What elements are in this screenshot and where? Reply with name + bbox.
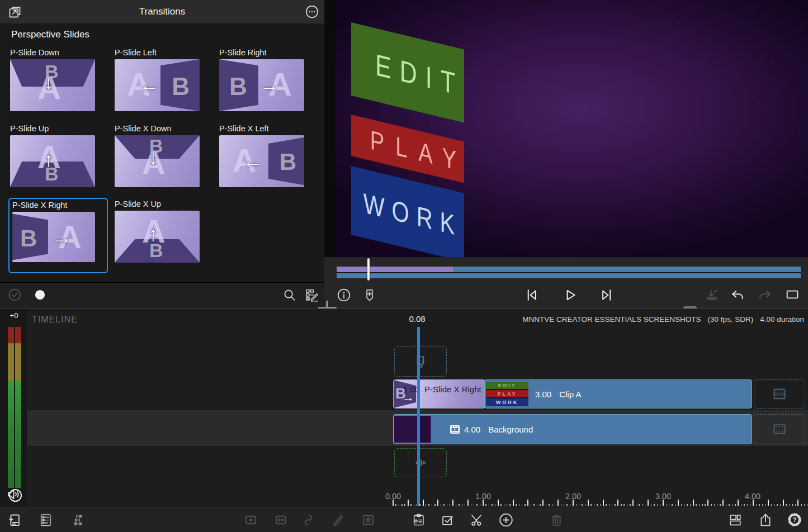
record-filter-button[interactable] bbox=[34, 288, 46, 301]
section-header: Perspective Slides bbox=[11, 29, 89, 40]
new-project-icon[interactable] bbox=[6, 512, 22, 528]
background-thumbnail bbox=[394, 416, 431, 443]
delete-trash-icon[interactable] bbox=[549, 512, 564, 528]
transition-thumbnail: B A ↓ bbox=[10, 59, 95, 111]
paste-attributes-icon[interactable] bbox=[410, 512, 426, 528]
svg-text:?: ? bbox=[792, 516, 796, 523]
insert-clip-icon[interactable] bbox=[243, 512, 258, 528]
add-clip-icon[interactable] bbox=[498, 512, 514, 528]
next-clip-icon[interactable] bbox=[598, 287, 615, 303]
timeline-playhead[interactable] bbox=[417, 327, 420, 506]
audio-meter-gutter: +0 bbox=[0, 309, 27, 506]
timeline-label: TIMELINE bbox=[32, 315, 78, 325]
project-name: MNNTVE CREATOR ESSENTIALS SCREENSHOTS bbox=[522, 315, 701, 324]
arrow-down-icon: ↓ bbox=[148, 148, 158, 168]
share-export-icon[interactable] bbox=[758, 512, 773, 528]
clip-a-duration: 3.00 bbox=[535, 390, 551, 399]
arrow-up-icon: ↑ bbox=[148, 224, 158, 244]
scrubber-elapsed bbox=[337, 267, 453, 272]
link-clips-icon[interactable] bbox=[300, 512, 316, 528]
transition-item-p-slide-x-right[interactable]: P-Slide X Right A B → bbox=[12, 200, 97, 262]
transition-name: P-Slide X Right bbox=[424, 384, 481, 394]
video-preview[interactable]: EDIT PLAY WORK bbox=[336, 0, 808, 257]
project-info: MNNTVE CREATOR ESSENTIALS SCREENSHOTS (3… bbox=[522, 315, 804, 324]
panel-title: Transitions bbox=[0, 6, 324, 17]
clip-info-icon[interactable] bbox=[337, 288, 351, 302]
audio-meter-left bbox=[8, 327, 14, 488]
select-check-icon[interactable] bbox=[8, 288, 22, 302]
playhead-timecode: 0.08 bbox=[400, 314, 434, 324]
transition-item-p-slide-left[interactable]: P-Slide Left A B ← bbox=[115, 48, 200, 111]
transition-item-p-slide-down[interactable]: P-Slide Down B A ↓ bbox=[10, 48, 95, 111]
background-track-dropzone[interactable] bbox=[754, 414, 805, 444]
previous-clip-icon[interactable] bbox=[523, 287, 540, 303]
main-track-dropzone[interactable] bbox=[754, 379, 805, 408]
presets-list-icon[interactable] bbox=[304, 287, 319, 303]
layout-panels-icon[interactable] bbox=[727, 512, 743, 528]
background-name: Background bbox=[488, 425, 533, 434]
settings-help-icon[interactable]: ? bbox=[787, 512, 802, 528]
preview-scrubber-track[interactable] bbox=[337, 273, 801, 278]
transition-thumbnail: A B ↑ bbox=[10, 135, 95, 187]
arrow-down-icon: ↓ bbox=[44, 72, 54, 92]
transitions-library-panel: Transitions Perspective Slides P-Slide D… bbox=[0, 0, 324, 308]
banner-edit: EDIT bbox=[351, 22, 464, 122]
timeline-panel: +0 TIMELINE 0.08 MNNTVE CREATOR ESSENTIA… bbox=[0, 308, 808, 506]
transition-thumbnail: A B → bbox=[219, 59, 304, 111]
video-editor-app: Transitions Perspective Slides P-Slide D… bbox=[0, 0, 808, 532]
edit-pencil-icon[interactable] bbox=[330, 512, 346, 528]
clip-a-name: Clip A bbox=[559, 390, 581, 399]
undo-icon[interactable] bbox=[730, 287, 745, 303]
timeline-background-clip[interactable]: 4.00 Background bbox=[393, 414, 752, 444]
arrow-right-icon: → bbox=[259, 75, 280, 95]
library-toolbar bbox=[0, 282, 324, 309]
search-icon[interactable] bbox=[282, 288, 297, 302]
transition-thumbnail: A B → bbox=[12, 212, 95, 262]
overwrite-clip-icon[interactable] bbox=[273, 512, 289, 528]
banner-work: WORK bbox=[351, 166, 464, 257]
transition-item-p-slide-right[interactable]: P-Slide Right A B → bbox=[219, 48, 304, 111]
transition-thumbnail: A B ← bbox=[219, 135, 304, 187]
more-options-icon[interactable] bbox=[305, 4, 319, 19]
gain-label: +0 bbox=[6, 311, 22, 320]
arrow-left-icon: ← bbox=[139, 75, 159, 95]
arrow-left-icon: ← bbox=[243, 151, 263, 171]
fullscreen-icon[interactable] bbox=[785, 287, 800, 302]
insert-to-timeline-icon[interactable] bbox=[705, 288, 719, 302]
redo-icon[interactable] bbox=[757, 287, 773, 303]
transition-item-p-slide-x-left[interactable]: P-Slide X Left A B ← bbox=[219, 124, 304, 187]
select-mode-icon[interactable] bbox=[440, 512, 455, 528]
transition-item-p-slide-x-down[interactable]: P-Slide X Down B A ↓ bbox=[115, 124, 200, 187]
track-layout-icon[interactable] bbox=[70, 512, 86, 528]
bottom-toolbar: ? bbox=[0, 506, 808, 532]
audio-meter-right bbox=[15, 327, 21, 488]
transition-item-p-slide-x-up[interactable]: P-Slide X Up A B ↑ bbox=[115, 199, 200, 263]
clip-a-thumbnail: EDIT PLAY WORK bbox=[486, 382, 528, 406]
overlay-track-dropzone[interactable] bbox=[394, 346, 447, 377]
transport-zone bbox=[324, 257, 808, 308]
timeline-transition-clip[interactable]: B → 1.00 P-Slide X Right bbox=[393, 379, 485, 408]
transition-thumbnail: A B ← bbox=[115, 59, 200, 111]
timeline-clip-a[interactable]: EDIT PLAY WORK 3.00 Clip A bbox=[484, 379, 752, 408]
transition-item-p-slide-up[interactable]: P-Slide Up A B ↑ bbox=[10, 124, 95, 187]
play-icon[interactable] bbox=[561, 287, 578, 303]
preview-area: EDIT PLAY WORK bbox=[324, 0, 808, 257]
preview-scrubber[interactable] bbox=[337, 267, 801, 272]
split-scissors-icon[interactable] bbox=[469, 512, 484, 528]
arrow-right-icon: → bbox=[51, 227, 72, 248]
audio-track-dropzone[interactable] bbox=[394, 448, 447, 477]
film-icon bbox=[450, 425, 460, 434]
background-duration: 4.00 bbox=[464, 425, 480, 434]
favorite-card-icon[interactable] bbox=[360, 512, 376, 528]
project-duration: 4.00 duration bbox=[760, 315, 804, 324]
library-header: Transitions bbox=[0, 0, 324, 23]
arrow-up-icon: ↑ bbox=[44, 150, 54, 170]
transition-thumbnail: A B ↑ bbox=[115, 211, 200, 263]
project-format: (30 fps, SDR) bbox=[707, 315, 753, 324]
scrubber-playhead[interactable] bbox=[367, 258, 370, 281]
transition-thumbnail: B A ↓ bbox=[115, 135, 200, 187]
project-list-icon[interactable] bbox=[37, 512, 53, 528]
add-marker-icon[interactable] bbox=[362, 288, 377, 302]
